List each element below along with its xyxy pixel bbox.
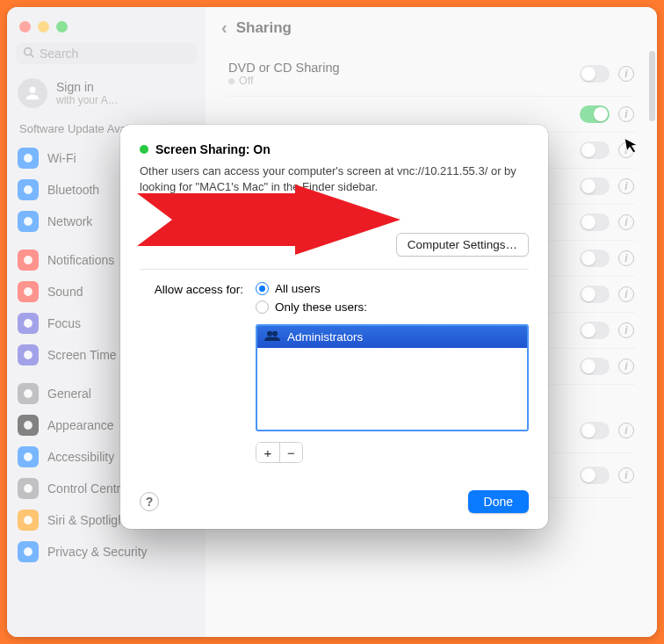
search-input[interactable]: Search: [16, 43, 197, 64]
minimize-window-button[interactable]: [38, 21, 49, 33]
radio-icon: [256, 300, 269, 314]
toggle[interactable]: [580, 467, 610, 484]
back-button[interactable]: ‹: [221, 18, 227, 38]
sheet-title: Screen Sharing: On: [155, 142, 271, 156]
sidebar-icon: [18, 383, 39, 404]
sidebar-item-privacy-security[interactable]: Privacy & Security: [7, 536, 206, 568]
sidebar-item-label: Sound: [47, 285, 83, 299]
sidebar-item-label: Appearance: [47, 418, 114, 432]
info-button[interactable]: i: [618, 322, 634, 338]
toggle[interactable]: [580, 322, 610, 339]
info-button[interactable]: i: [618, 423, 634, 438]
info-button[interactable]: i: [618, 106, 634, 122]
info-button[interactable]: i: [618, 358, 634, 374]
sidebar-icon: [18, 313, 39, 334]
scrollbar-thumb[interactable]: [649, 51, 655, 121]
sidebar-icon: [18, 478, 39, 499]
users-listbox[interactable]: Administrators: [256, 324, 529, 431]
svg-point-14: [24, 516, 32, 525]
row-title: DVD or CD Sharing: [228, 61, 580, 75]
sidebar-item-label: Privacy & Security: [47, 545, 148, 559]
svg-point-10: [24, 389, 32, 398]
info-button[interactable]: i: [618, 467, 634, 483]
sidebar-item-label: Wi-Fi: [47, 151, 76, 165]
toggle[interactable]: [580, 422, 610, 439]
computer-settings-button[interactable]: Computer Settings…: [396, 233, 529, 257]
screen-sharing-sheet: Screen Sharing: On Other users can acces…: [120, 125, 548, 529]
svg-point-11: [24, 421, 32, 430]
sidebar-item-label: Control Centre: [47, 481, 127, 496]
zoom-window-button[interactable]: [56, 21, 68, 33]
svg-line-1: [31, 54, 33, 57]
toggle[interactable]: [580, 65, 610, 83]
svg-point-12: [24, 452, 32, 461]
sidebar-item-label: Notifications: [47, 253, 114, 267]
add-user-button[interactable]: +: [256, 443, 279, 462]
done-button[interactable]: Done: [468, 490, 529, 513]
sidebar-icon: [18, 415, 39, 436]
info-button[interactable]: i: [618, 286, 634, 302]
sidebar-icon: [18, 510, 39, 531]
info-button[interactable]: i: [618, 214, 634, 230]
sidebar-icon: [18, 446, 39, 467]
user-row-administrators[interactable]: Administrators: [257, 326, 527, 348]
search-icon: [23, 47, 34, 61]
info-button[interactable]: i: [618, 178, 634, 194]
sidebar-icon: [18, 211, 39, 232]
sidebar-item-label: General: [47, 387, 91, 401]
search-placeholder: Search: [40, 47, 78, 61]
radio-icon: [256, 282, 269, 295]
vertical-scrollbar[interactable]: [649, 51, 655, 632]
svg-point-16: [267, 331, 272, 336]
svg-point-4: [24, 185, 32, 194]
page-title: Sharing: [236, 19, 292, 37]
radio-label: Only these users:: [275, 300, 367, 314]
svg-point-3: [24, 154, 32, 163]
signin-title: Sign in: [56, 80, 119, 94]
radio-all-users[interactable]: All users: [256, 282, 529, 295]
toggle[interactable]: [580, 213, 610, 231]
toggle[interactable]: [580, 286, 610, 303]
info-button[interactable]: i: [618, 250, 634, 266]
sidebar-item-label: Focus: [47, 316, 81, 330]
toggle[interactable]: [580, 105, 610, 123]
sign-in-row[interactable]: Sign in with your A…: [7, 75, 206, 119]
sidebar-icon: [18, 344, 39, 365]
toggle[interactable]: [580, 141, 610, 159]
sidebar-icon: [18, 179, 39, 200]
sheet-description: Other users can access your computer's s…: [140, 163, 529, 194]
sidebar-item-label: Bluetooth: [47, 183, 99, 197]
help-button[interactable]: ?: [140, 492, 159, 511]
access-label: Allow access for:: [140, 282, 243, 296]
sidebar-icon: [18, 281, 39, 302]
toggle[interactable]: [580, 250, 610, 267]
sidebar-icon: [18, 250, 39, 271]
sidebar-item-label: Siri & Spotlight: [47, 513, 128, 527]
svg-point-0: [25, 48, 32, 55]
toggle[interactable]: [580, 177, 610, 195]
user-name: Administrators: [287, 330, 363, 344]
sidebar-icon: [18, 541, 39, 562]
users-icon: [264, 329, 280, 344]
status-dot-icon: [140, 145, 148, 154]
svg-point-2: [29, 87, 35, 93]
toggle[interactable]: [580, 358, 610, 375]
info-button[interactable]: i: [618, 66, 634, 82]
sidebar-item-label: Screen Time: [47, 348, 117, 362]
svg-point-8: [24, 319, 32, 328]
close-window-button[interactable]: [19, 21, 31, 33]
divider: [140, 269, 529, 270]
remove-user-button[interactable]: −: [279, 443, 302, 462]
sidebar-item-label: Accessibility: [47, 450, 114, 464]
sidebar-item-label: Network: [47, 214, 92, 228]
traffic-lights: [7, 16, 206, 43]
svg-point-7: [24, 287, 32, 296]
radio-only-these-users[interactable]: Only these users:: [256, 300, 529, 314]
add-remove-group: + −: [256, 442, 303, 463]
sidebar-icon: [18, 148, 39, 169]
svg-point-6: [24, 256, 32, 264]
svg-point-13: [24, 484, 32, 493]
avatar-icon: [18, 78, 47, 108]
radio-label: All users: [275, 282, 321, 295]
svg-point-5: [24, 217, 32, 226]
